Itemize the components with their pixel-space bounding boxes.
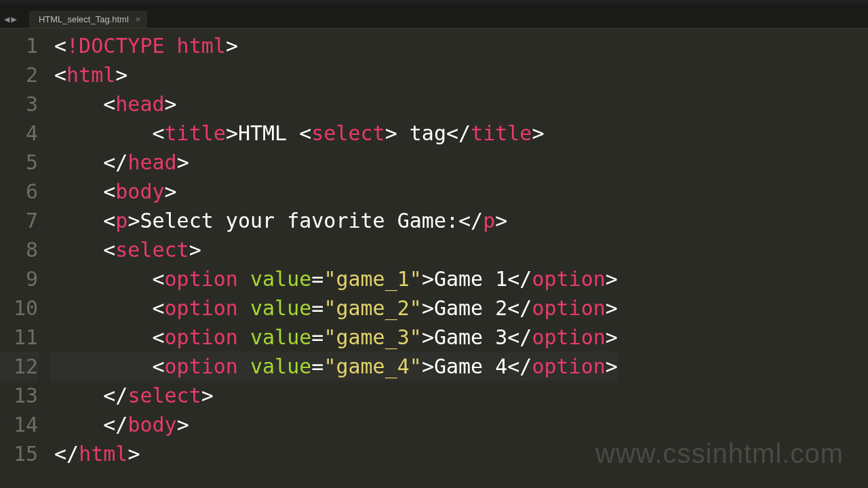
code-line[interactable]: </body> (50, 410, 618, 439)
code-line[interactable]: <option value="game_1">Game 1</option> (50, 264, 618, 293)
window-top-bar (0, 0, 868, 5)
line-number: 2 (0, 60, 38, 89)
code-line[interactable]: </select> (50, 381, 618, 410)
tab-title: HTML_select_Tag.html (39, 14, 129, 24)
code-line[interactable]: </head> (50, 148, 618, 177)
code-editor[interactable]: 123456789101112131415 <!DOCTYPE html><ht… (0, 28, 868, 488)
line-number: 5 (0, 148, 38, 177)
code-line[interactable]: <option value="game_2">Game 2</option> (50, 293, 618, 323)
line-number: 15 (0, 439, 38, 468)
code-line[interactable]: <select> (50, 235, 618, 264)
nav-arrows: ◀ ▶ (4, 14, 21, 28)
line-number: 1 (0, 31, 38, 60)
code-line[interactable]: <p>Select your favorite Game:</p> (50, 206, 618, 235)
line-number: 7 (0, 206, 38, 235)
line-number: 11 (0, 323, 38, 352)
line-number: 6 (0, 177, 38, 206)
tab-active[interactable]: HTML_select_Tag.html × (29, 11, 148, 28)
line-number: 14 (0, 410, 38, 439)
code-line[interactable]: <title>HTML <select> tag</title> (50, 119, 618, 148)
line-gutter: 123456789101112131415 (0, 31, 50, 488)
code-content[interactable]: <!DOCTYPE html><html> <head> <title>HTML… (50, 31, 618, 488)
nav-forward-icon[interactable]: ▶ (11, 14, 16, 24)
line-number: 4 (0, 119, 38, 148)
code-line[interactable]: <!DOCTYPE html> (50, 31, 618, 60)
code-line[interactable]: <option value="game_3">Game 3</option> (50, 323, 618, 352)
watermark-text: www.cssinhtml.com (595, 439, 844, 469)
line-number: 8 (0, 235, 38, 264)
nav-back-icon[interactable]: ◀ (4, 14, 9, 24)
line-number: 12 (0, 352, 38, 381)
line-number: 10 (0, 293, 38, 323)
code-line[interactable]: </html> (50, 439, 618, 468)
code-line[interactable]: <html> (50, 60, 618, 89)
code-line[interactable]: <body> (50, 177, 618, 206)
code-line[interactable]: <head> (50, 89, 618, 119)
line-number: 3 (0, 89, 38, 119)
tab-strip: ◀ ▶ HTML_select_Tag.html × (0, 5, 868, 28)
line-number: 13 (0, 381, 38, 410)
code-line[interactable]: <option value="game_4">Game 4</option> (50, 352, 618, 381)
line-number: 9 (0, 264, 38, 293)
close-icon[interactable]: × (136, 14, 141, 24)
